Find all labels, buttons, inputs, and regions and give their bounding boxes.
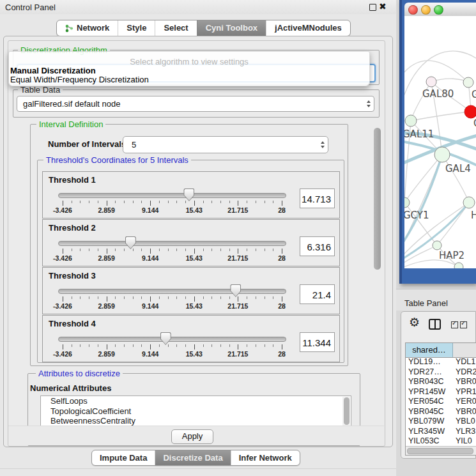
threshold-3-panel: Threshold 3 -3.4262.8599.14415.4321.7152… bbox=[42, 267, 340, 314]
slider-tick bbox=[72, 296, 72, 299]
network-node-label: C bbox=[473, 118, 476, 129]
slider-tick-label: -3.426 bbox=[53, 302, 72, 310]
top-tab-bar: Network Style Select Cyni Toolbox jActiv… bbox=[56, 20, 351, 36]
popup-option-equal-width-frequency[interactable]: Equal Width/Frequency Discretization bbox=[10, 75, 149, 84]
slider-tick bbox=[150, 201, 151, 206]
slider-tick bbox=[133, 344, 134, 347]
table-row[interactable]: YPR145WYPR1 bbox=[406, 387, 476, 397]
threshold-1-panel: Threshold 1 -3.4262.8599.14415.4321.7152… bbox=[42, 171, 340, 219]
slider-tick bbox=[220, 296, 221, 299]
slider-tick-label: 2.859 bbox=[98, 254, 114, 262]
network-node[interactable] bbox=[404, 197, 410, 208]
slider-tick bbox=[273, 344, 273, 347]
slider-tick bbox=[141, 201, 142, 203]
slider-tick bbox=[63, 201, 63, 206]
slider-tick bbox=[133, 201, 134, 203]
slider-tick bbox=[89, 296, 89, 299]
tab-jactivemnodules[interactable]: jActiveMNodules bbox=[266, 20, 350, 36]
network-node[interactable] bbox=[434, 147, 450, 162]
network-node-label: HAP2 bbox=[439, 250, 464, 261]
tab-infer-network[interactable]: Infer Network bbox=[231, 450, 300, 465]
network-node-label: GAL80 bbox=[422, 88, 454, 100]
slider-tick bbox=[107, 296, 107, 302]
threshold-3-value-input[interactable]: 21.4 bbox=[300, 284, 335, 304]
close-traffic-light-icon[interactable] bbox=[408, 5, 418, 15]
number-of-intervals-spinner[interactable]: 5 bbox=[123, 136, 328, 153]
numerical-attributes-list[interactable]: SelfLoopsTopologicalCoefficientBetweenne… bbox=[40, 395, 351, 427]
slider-tick bbox=[159, 296, 160, 299]
attribute-list-item[interactable]: SelfLoops bbox=[41, 396, 351, 406]
threshold-2-value-input[interactable]: 6.316 bbox=[300, 236, 335, 256]
slider-tick bbox=[150, 249, 151, 254]
combo-stepper-icon[interactable] bbox=[364, 100, 374, 107]
network-node[interactable] bbox=[433, 241, 441, 250]
number-of-intervals-label: Number of Intervals bbox=[48, 139, 126, 149]
slider-tick bbox=[80, 296, 81, 299]
table-data-combobox[interactable]: galFiltered.sif default node bbox=[17, 96, 374, 112]
table-row[interactable]: YER054CYER0 bbox=[406, 397, 476, 407]
table-row[interactable]: YBR043CYBR0 bbox=[406, 377, 476, 387]
spinner-stepper-icon[interactable] bbox=[318, 141, 328, 148]
network-canvas[interactable]: GAL80GACGAL11GAL4GCY1HHAP2 bbox=[404, 16, 476, 268]
slider-tick bbox=[203, 201, 204, 203]
split-columns-icon[interactable] bbox=[429, 319, 441, 330]
attribute-list-item[interactable]: TopologicalCoefficient bbox=[41, 406, 351, 417]
slider-tick bbox=[98, 201, 98, 203]
table-row[interactable]: YIL053CYIL0 bbox=[406, 436, 476, 446]
slider-tick bbox=[63, 296, 63, 302]
attribute-list-item[interactable]: BetweennessCentrality bbox=[41, 416, 351, 426]
network-node[interactable] bbox=[454, 263, 463, 268]
main-scrollbar[interactable] bbox=[374, 128, 381, 270]
table-horizontal-scrollbar[interactable] bbox=[406, 446, 476, 455]
table-row[interactable]: YBR045CYBR0 bbox=[406, 407, 476, 417]
popup-option-manual-discretization[interactable]: Manual Discretization bbox=[10, 66, 96, 75]
checkbox-icon[interactable] bbox=[460, 321, 467, 328]
slider-tick bbox=[220, 249, 221, 251]
slider-tick bbox=[124, 249, 125, 251]
tab-network[interactable]: Network bbox=[57, 20, 118, 36]
network-node[interactable] bbox=[426, 77, 436, 87]
cell-name: YIL0 bbox=[453, 436, 472, 446]
slider-tick bbox=[115, 344, 116, 347]
minimize-traffic-light-icon[interactable] bbox=[421, 5, 431, 15]
column-header-name[interactable]: na bbox=[453, 343, 476, 357]
tab-select[interactable]: Select bbox=[155, 20, 196, 36]
attributes-scrollbar[interactable] bbox=[342, 397, 350, 426]
slider-tick-label: 28 bbox=[278, 254, 286, 262]
threshold-1-value-input[interactable]: 14.713 bbox=[300, 188, 335, 208]
gear-icon[interactable]: ⚙ bbox=[409, 315, 420, 330]
slider-tick bbox=[89, 249, 89, 251]
threshold-4-value-input[interactable]: 11.344 bbox=[300, 332, 335, 352]
apply-button[interactable]: Apply bbox=[171, 429, 213, 444]
network-node[interactable] bbox=[463, 77, 473, 88]
cell-name: YBR0 bbox=[453, 407, 476, 417]
cell-name: YLR3 bbox=[453, 427, 475, 437]
table-data-value: galFiltered.sif default node bbox=[17, 99, 364, 109]
close-icon[interactable]: ✖ bbox=[379, 1, 387, 12]
tab-style[interactable]: Style bbox=[118, 20, 155, 36]
slider-tick bbox=[282, 201, 282, 206]
cell-name: YBL0 bbox=[453, 417, 475, 427]
cell-shared-name: YBR043C bbox=[406, 377, 453, 387]
network-node[interactable] bbox=[464, 105, 476, 118]
slider-tick bbox=[124, 201, 125, 203]
tab-cyni-toolbox[interactable]: Cyni Toolbox bbox=[197, 20, 266, 36]
slider-tick bbox=[176, 201, 177, 203]
zoom-traffic-light-icon[interactable] bbox=[434, 5, 443, 15]
network-node[interactable] bbox=[405, 115, 417, 127]
cell-name: YER0 bbox=[453, 397, 476, 407]
table-row[interactable]: YLR345WYLR3 bbox=[406, 427, 476, 437]
float-window-icon[interactable] bbox=[369, 4, 376, 11]
cell-shared-name: YPR145W bbox=[406, 387, 453, 397]
tab-discretize-data[interactable]: Discretize Data bbox=[155, 450, 230, 465]
tab-impute-data[interactable]: Impute Data bbox=[92, 450, 155, 465]
table-row[interactable]: YDR27…YDR2 bbox=[406, 367, 476, 378]
table-row[interactable]: YBL079WYBL0 bbox=[406, 417, 476, 427]
checkbox-icon[interactable] bbox=[451, 321, 458, 328]
column-header-shared-name[interactable]: shared… bbox=[406, 343, 453, 357]
slider-tick bbox=[229, 296, 230, 299]
table-row[interactable]: YDL19…YDL1 bbox=[406, 357, 476, 367]
network-node[interactable] bbox=[463, 197, 475, 208]
slider-tick bbox=[107, 201, 107, 206]
slider-tick bbox=[124, 344, 125, 347]
